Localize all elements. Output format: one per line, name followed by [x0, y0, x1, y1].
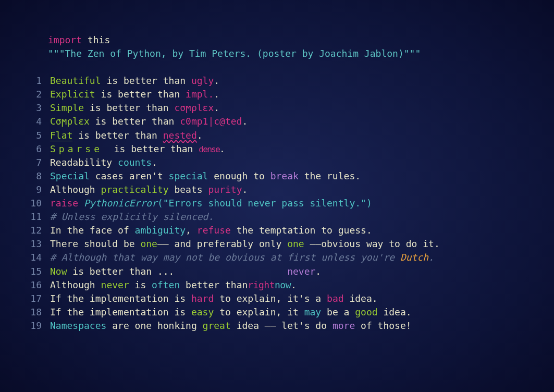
line-number: 2: [21, 88, 42, 101]
text: .: [242, 116, 248, 127]
import-line: import this: [48, 33, 533, 47]
line-9: 9Although practicality beats purity.: [21, 183, 533, 197]
word-complex: cσϻρlεx: [174, 102, 214, 113]
text: .: [315, 266, 321, 277]
docstring-open: """: [48, 48, 65, 59]
word-namespaces: Namespaces: [50, 320, 106, 331]
word-complex-good: Cσϻρlεx: [50, 116, 90, 127]
keyword-raise: raise: [50, 198, 78, 209]
line-number: 13: [21, 237, 42, 251]
line-8: 8Special cases aren't special enough to …: [21, 169, 533, 183]
module-name: this: [88, 34, 110, 45]
word-one-2: one: [287, 238, 304, 249]
line-2: 2Explicit is better than impl..: [21, 88, 533, 101]
word-special: Special: [50, 170, 90, 181]
line-number: 6: [21, 142, 42, 156]
text: is better than: [90, 116, 180, 127]
word-break: break: [270, 170, 299, 181]
text: enough to: [208, 170, 270, 181]
line-number: 3: [21, 101, 42, 115]
line-5: 5Flat is better than nested.: [21, 129, 533, 142]
line-number: 5: [21, 129, 42, 142]
text: idea.: [344, 293, 378, 304]
word-complicated: c0mp1|c@ted: [180, 116, 242, 127]
word-hard: hard: [191, 293, 214, 304]
line-3: 3Simple is better than cσϻρlεx.: [21, 101, 533, 115]
text: idea.: [378, 307, 412, 317]
text: to explain, it: [214, 307, 304, 317]
line-16: 16Although never is often better thanrig…: [21, 278, 533, 292]
text: .: [291, 279, 297, 290]
word-great: great: [203, 320, 231, 331]
text: .: [428, 252, 434, 263]
line-19: 19Namespaces are one honking great idea …: [21, 319, 533, 333]
text: cases aren't: [90, 170, 169, 181]
text: of those!: [355, 320, 411, 331]
line-number: 18: [21, 305, 42, 319]
word-right: right: [248, 279, 275, 290]
text: .: [219, 143, 225, 154]
text: is better than: [101, 75, 191, 86]
docstring-text: The Zen of Python, by Tim Peters. (poste…: [65, 48, 404, 59]
line-number: 1: [21, 74, 42, 88]
line-number: 15: [21, 265, 42, 278]
text: —— and preferably only: [157, 238, 287, 249]
word-often: often: [152, 279, 180, 290]
text: ,: [186, 225, 197, 236]
word-never-good: never: [101, 279, 129, 290]
text: .: [242, 184, 248, 195]
line-number: 11: [21, 210, 42, 224]
text: is: [129, 279, 152, 290]
line-number: 4: [21, 115, 42, 128]
line-6: 6Sparse is better than dense.: [21, 142, 533, 156]
word-dutch: Dutch: [400, 252, 428, 263]
line-10: 10raise PythonicError("Errors should nev…: [21, 197, 533, 210]
line-number: 14: [21, 251, 42, 264]
docstring-close: """: [404, 48, 421, 59]
word-readability: Readability: [50, 157, 118, 168]
line-12: 12In the face of ambiguity, refuse the t…: [21, 224, 533, 237]
word-dense: dense: [199, 144, 219, 154]
word-never: never: [287, 266, 315, 277]
word-practicality: practicality: [101, 184, 169, 195]
line-number: 8: [21, 169, 42, 183]
space: [78, 198, 84, 209]
text: is better than: [72, 130, 163, 141]
text: If the implementation is: [50, 307, 191, 317]
zen-of-python-poster: import this """The Zen of Python, by Tim…: [0, 0, 554, 353]
word-special-2: special: [169, 170, 208, 181]
text: to explain, it's a: [214, 293, 327, 304]
word-ambiguity: ambiguity: [135, 225, 186, 236]
text: the rules.: [299, 170, 361, 181]
line-number: 17: [21, 292, 42, 305]
word-purity: purity: [208, 184, 242, 195]
word-easy: easy: [191, 307, 214, 317]
text: Although: [50, 184, 101, 195]
text: is better than: [84, 102, 174, 113]
word-more: more: [333, 320, 355, 331]
text: ——obvious way to do it.: [304, 238, 440, 249]
word-one: one: [140, 238, 157, 249]
word-ugly: ugly: [191, 75, 214, 86]
word-explicit: Explicit: [50, 89, 95, 100]
word-now-2: now: [275, 279, 291, 290]
line-17: 17If the implementation is hard to expla…: [21, 292, 533, 305]
line-18: 18If the implementation is easy to expla…: [21, 305, 533, 319]
line-number: 10: [21, 197, 42, 210]
line-4: 4Cσϻρlεx is better than c0mp1|c@ted.: [21, 115, 533, 128]
text: is better than: [95, 89, 186, 100]
text: .: [152, 157, 157, 168]
word-sparse: Sparse: [50, 143, 103, 154]
line-number: 7: [21, 156, 42, 169]
word-now: Now: [50, 266, 67, 277]
text: .: [214, 75, 219, 86]
text: idea —— let's do: [231, 320, 333, 331]
comment-text: # Unless explicitly silenced.: [50, 211, 214, 222]
text: are one honking: [106, 320, 202, 331]
text: beats: [169, 184, 208, 195]
text: better than: [180, 279, 248, 290]
line-13: 13There should be one—— and preferably o…: [21, 237, 533, 251]
word-counts: counts: [118, 157, 152, 168]
text: In the face of: [50, 225, 135, 236]
docstring-line: """The Zen of Python, by Tim Peters. (po…: [48, 47, 533, 60]
